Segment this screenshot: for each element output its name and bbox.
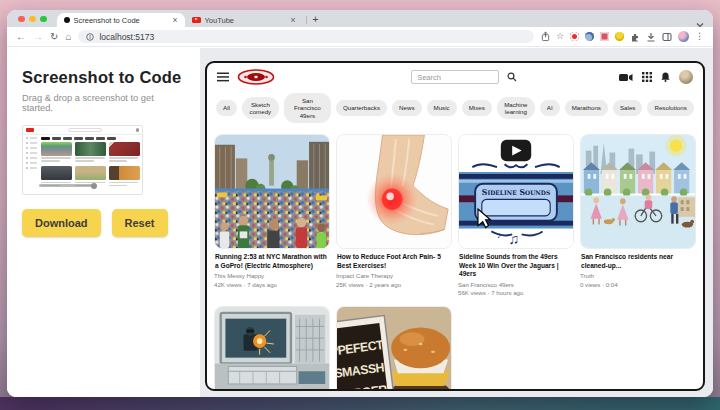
sf-thumb-art [581,135,695,248]
browser-window: Screenshot to Code × YouTube × + ← → ↻ ⌂ [7,10,713,397]
video-thumbnail-marathon[interactable] [214,134,330,249]
reset-button[interactable]: Reset [112,209,168,237]
url-text: localhost:5173 [99,32,154,42]
localhost-favicon [64,17,70,23]
chip-san-francisco-49ers[interactable]: San Francisco 49ers [284,93,331,123]
preview-search-bar [68,128,102,132]
tab-divider [306,16,307,24]
home-icon[interactable]: ⌂ [65,32,71,42]
video-card-marathon[interactable]: Running 2:53 at NYC Marathon with a GoPr… [214,134,330,298]
tab-overview-chevron-icon[interactable] [696,14,704,32]
video-channel: San Francisco 49ers [458,281,574,290]
extension-yellow-icon[interactable] [615,32,624,41]
yt-profile-avatar[interactable] [679,70,693,84]
video-title: Running 2:53 at NYC Marathon with a GoPr… [215,253,329,270]
preview-thumb-49ers [109,142,140,156]
chip-quarterbacks[interactable]: Quarterbacks [336,100,387,115]
marathon-thumb-art [215,135,329,248]
minimize-window-button[interactable] [29,16,36,23]
extension-blue-icon[interactable] [585,32,594,41]
video-thumbnail-factory[interactable] [214,306,330,391]
close-tab-icon[interactable]: × [291,16,296,25]
generated-youtube-ui: All Sketch comedy San Francisco 49ers Qu… [205,61,705,391]
page-content: Screenshot to Code Drag & drop a screens… [7,48,713,397]
tab-search-icon[interactable] [662,32,672,42]
forward-icon[interactable]: → [33,32,43,42]
chip-marathons[interactable]: Marathons [565,100,608,115]
video-thumbnail-burger[interactable]: PPEFECT SMASSH BURGER [336,306,452,391]
tab-youtube[interactable]: YouTube × [185,13,303,27]
video-card-foot-pain[interactable]: How to Reduce Foot Arch Pain- 5 Best Exe… [336,134,452,298]
preview-thumb-factory [41,166,72,180]
video-card-san-francisco[interactable]: San Francisco residents near cleaned-up.… [580,134,696,298]
chip-machine-learning[interactable]: Machine learning [497,97,535,120]
download-button[interactable]: Download [22,209,101,237]
close-tab-icon[interactable]: × [173,16,178,25]
result-area: All Sketch comedy San Francisco 49ers Qu… [200,48,713,397]
apps-grid-icon[interactable] [642,72,652,82]
burger-thumb-art: PPEFECT SMASSH BURGER [337,307,451,391]
preview-sidebar [23,135,39,195]
preview-grid [41,142,140,189]
extension-red-icon[interactable] [570,32,579,41]
chip-sketch-comedy[interactable]: Sketch comedy [242,97,279,120]
chip-resolutions[interactable]: Resolutions [647,100,693,115]
close-window-button[interactable] [18,16,25,23]
zoom-window-button[interactable] [40,16,47,23]
action-buttons: Download Reset [22,209,185,237]
sideline-thumb-art: Sideline Sounds ♫ ♪ [459,135,573,248]
chip-all[interactable]: All [216,100,237,115]
video-grid: Running 2:53 at NYC Marathon with a GoPr… [207,131,703,391]
preview-video-scrubber [39,184,95,187]
video-thumbnail-sideline-sounds[interactable]: Sideline Sounds ♫ ♪ [458,134,574,249]
bookmark-star-icon[interactable]: ☆ [556,32,564,41]
video-thumbnail-foot-pain[interactable] [336,134,452,249]
chip-sales[interactable]: Sales [613,100,642,115]
chip-news[interactable]: News [392,100,421,115]
downloads-icon[interactable] [646,32,656,42]
screenshot-preview[interactable] [22,125,143,195]
preview-youtube-logo [26,128,34,133]
extension-rose-icon[interactable] [600,32,609,41]
notifications-bell-icon[interactable] [661,72,670,82]
search-input[interactable] [411,70,499,84]
sideline-banner-text: Sideline Sounds [482,188,550,197]
toolbar-right: ☆ ⋮ [541,31,704,42]
app-panel: Screenshot to Code Drag & drop a screens… [7,48,200,397]
youtube-favicon [192,17,201,24]
reload-icon[interactable]: ↻ [50,32,58,42]
youtube-logo[interactable] [237,69,275,85]
video-card-burger[interactable]: PPEFECT SMASSH BURGER [336,306,452,391]
back-icon[interactable]: ← [16,32,26,42]
address-bar[interactable]: localhost:5173 [78,30,533,43]
video-channel: Impact Care Therapy [336,272,452,281]
chip-music[interactable]: Music [427,100,457,115]
video-stats: 25K views · 2 years ago [336,281,452,290]
video-thumbnail-san-francisco[interactable] [580,134,696,249]
create-video-icon[interactable] [619,73,633,82]
new-tab-button[interactable]: + [313,15,319,25]
tab-screenshot-to-code[interactable]: Screenshot to Code × [57,13,185,27]
chip-mixes[interactable]: Mixes [462,100,492,115]
category-chips: All Sketch comedy San Francisco 49ers Qu… [207,90,703,131]
music-note-icon: ♫ [508,231,519,247]
preview-thumb-outdoor [75,166,106,180]
video-card-factory[interactable] [214,306,330,391]
search-icon[interactable] [507,72,517,82]
site-info-icon[interactable] [86,33,94,41]
browser-menu-icon[interactable]: ⋮ [695,32,704,41]
browser-toolbar: ← → ↻ ⌂ localhost:5173 ☆ [7,27,713,47]
tab-strip: Screenshot to Code × YouTube × + [7,10,713,27]
video-stats: 56K views · 7 hours ago [458,289,574,298]
video-title: Sideline Sounds from the 49ers Week 10 W… [459,253,573,279]
extensions-puzzle-icon[interactable] [630,32,640,42]
tab-title: YouTube [205,16,287,25]
video-card-sideline-sounds[interactable]: Sideline Sounds ♫ ♪ [458,134,574,298]
preview-thumb-burger [109,166,140,180]
video-channel: This Messy Happy [214,272,330,281]
share-icon[interactable] [541,31,550,42]
hamburger-menu-icon[interactable] [217,72,229,82]
factory-thumb-art [215,307,329,391]
browser-profile-avatar[interactable] [678,31,689,42]
chip-ai[interactable]: AI [540,100,560,115]
